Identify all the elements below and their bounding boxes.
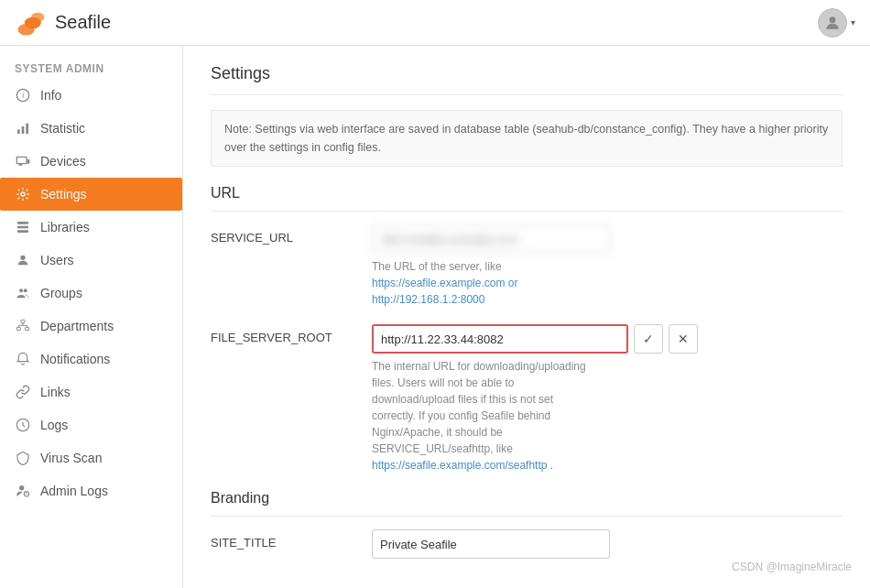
- page-title: Settings: [211, 64, 843, 95]
- seafile-logo-icon: [15, 6, 48, 39]
- svg-rect-6: [17, 129, 20, 134]
- file-server-root-control: ✓ ✕ The internal URL for downloading/upl…: [372, 324, 843, 474]
- file-server-root-hint: The internal URL for downloading/uploadi…: [372, 358, 647, 474]
- svg-point-22: [19, 485, 24, 490]
- sidebar-label-logs: Logs: [40, 418, 68, 432]
- sidebar-item-devices[interactable]: Devices: [0, 145, 182, 178]
- confirm-button[interactable]: ✓: [634, 324, 663, 354]
- sidebar-item-libraries[interactable]: Libraries: [0, 211, 182, 244]
- sidebar-label-settings: Settings: [40, 187, 87, 201]
- url-section-heading: URL: [211, 185, 843, 212]
- info-icon: i: [15, 87, 31, 103]
- libraries-icon: [15, 219, 31, 235]
- settings-icon: [15, 186, 31, 202]
- sidebar-label-statistic: Statistic: [40, 121, 85, 136]
- app-header: Seafile ▾: [0, 0, 870, 46]
- statistic-icon: [15, 120, 31, 136]
- svg-rect-9: [16, 157, 27, 163]
- sidebar-section-title: System Admin: [0, 55, 182, 79]
- sidebar-item-settings[interactable]: Settings: [0, 178, 182, 211]
- sidebar-label-devices: Devices: [40, 154, 86, 169]
- app-name: Seafile: [55, 12, 111, 33]
- devices-icon: [15, 153, 31, 169]
- sidebar-label-groups: Groups: [40, 286, 82, 300]
- logs-icon: [15, 417, 31, 433]
- service-url-hint: The URL of the server, like https://seaf…: [372, 258, 647, 308]
- checkmark-icon: ✓: [643, 332, 654, 346]
- svg-rect-10: [27, 159, 30, 164]
- svg-point-17: [24, 289, 27, 292]
- svg-rect-7: [22, 126, 25, 134]
- groups-icon: [15, 285, 31, 301]
- svg-rect-18: [21, 320, 25, 322]
- svg-point-11: [21, 192, 25, 196]
- svg-text:i: i: [22, 91, 24, 100]
- svg-rect-19: [16, 327, 20, 330]
- site-title-label: SITE_TITLE: [211, 529, 357, 550]
- service-url-control: The URL of the server, like https://seaf…: [372, 224, 843, 308]
- main-content: Settings Note: Settings via web interfac…: [183, 46, 870, 588]
- service-url-row: SERVICE_URL The URL of the server, like …: [211, 224, 843, 308]
- close-icon: ✕: [678, 332, 689, 346]
- notifications-icon: [15, 351, 31, 367]
- site-title-row: SITE_TITLE: [211, 529, 843, 559]
- file-server-root-label: FILE_SERVER_ROOT: [211, 324, 357, 344]
- chevron-down-icon: ▾: [851, 17, 855, 27]
- svg-rect-13: [17, 226, 28, 229]
- file-server-root-input[interactable]: [372, 324, 628, 354]
- svg-rect-8: [26, 124, 28, 134]
- sidebar-label-users: Users: [40, 253, 74, 267]
- sidebar-label-virus-scan: Virus Scan: [40, 451, 102, 465]
- sidebar-item-statistic[interactable]: Statistic: [0, 112, 182, 145]
- departments-icon: [15, 318, 31, 334]
- sidebar-label-notifications: Notifications: [40, 352, 110, 366]
- main-layout: System Admin i Info Statistic Devices Se…: [0, 46, 870, 588]
- sidebar-item-notifications[interactable]: Notifications: [0, 343, 182, 376]
- virus-scan-icon: [15, 450, 31, 466]
- links-icon: [15, 384, 31, 400]
- logo-area: Seafile: [15, 6, 111, 39]
- sidebar-item-links[interactable]: Links: [0, 376, 182, 408]
- sidebar-item-users[interactable]: Users: [0, 244, 182, 277]
- svg-rect-12: [17, 222, 28, 224]
- edit-row-wrapper: ✓ ✕: [372, 324, 843, 354]
- svg-rect-20: [26, 327, 29, 330]
- sidebar: System Admin i Info Statistic Devices Se…: [0, 46, 183, 588]
- sidebar-item-admin-logs[interactable]: Admin Logs: [0, 474, 182, 507]
- svg-rect-14: [17, 230, 28, 233]
- file-server-root-row: FILE_SERVER_ROOT ✓ ✕ The internal URL fo…: [211, 324, 843, 474]
- service-url-input[interactable]: [372, 224, 610, 254]
- users-icon: [15, 252, 31, 268]
- sidebar-item-logs[interactable]: Logs: [0, 408, 182, 441]
- svg-point-2: [31, 12, 44, 21]
- sidebar-label-info: Info: [40, 88, 61, 103]
- admin-logs-icon: [15, 483, 31, 499]
- sidebar-label-libraries: Libraries: [40, 220, 90, 234]
- sidebar-label-admin-logs: Admin Logs: [40, 484, 108, 498]
- sidebar-label-departments: Departments: [40, 319, 114, 333]
- avatar[interactable]: [818, 8, 847, 38]
- service-url-label: SERVICE_URL: [211, 224, 357, 245]
- sidebar-item-groups[interactable]: Groups: [0, 277, 182, 310]
- svg-point-16: [19, 289, 23, 292]
- settings-note: Note: Settings via web interface are sav…: [211, 110, 843, 167]
- site-title-control: [372, 529, 843, 559]
- site-title-input[interactable]: [372, 529, 610, 559]
- svg-point-3: [830, 16, 836, 23]
- sidebar-item-info[interactable]: i Info: [0, 79, 182, 112]
- cancel-button[interactable]: ✕: [669, 324, 698, 354]
- svg-point-15: [20, 256, 25, 260]
- sidebar-label-links: Links: [40, 385, 71, 399]
- branding-section-heading: Branding: [211, 490, 843, 517]
- user-menu[interactable]: ▾: [818, 8, 855, 38]
- sidebar-item-virus-scan[interactable]: Virus Scan: [0, 441, 182, 474]
- sidebar-item-departments[interactable]: Departments: [0, 310, 182, 343]
